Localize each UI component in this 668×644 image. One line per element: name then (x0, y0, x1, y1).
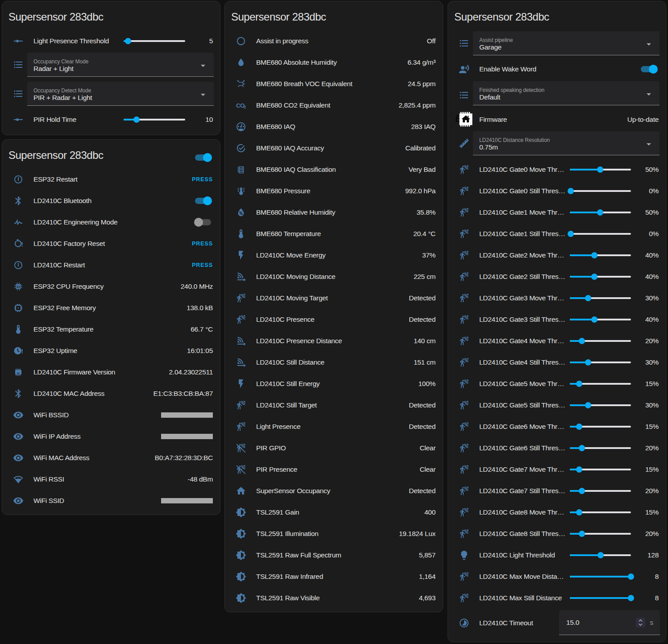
svg-text:2: 2 (244, 104, 246, 109)
svg-text:32: 32 (17, 285, 20, 289)
